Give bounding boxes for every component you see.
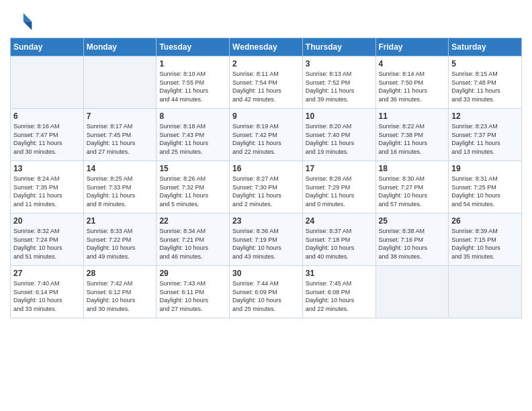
calendar-cell: 15Sunrise: 8:26 AMSunset: 7:32 PMDayligh… — [157, 161, 230, 214]
header — [10, 7, 522, 35]
cell-text: Sunrise: 8:20 AMSunset: 7:40 PMDaylight:… — [306, 122, 373, 156]
calendar-cell: 31Sunrise: 7:45 AMSunset: 6:08 PMDayligh… — [302, 266, 375, 318]
day-number: 2 — [232, 59, 300, 68]
calendar-cell: 6Sunrise: 8:16 AMSunset: 7:47 PMDaylight… — [11, 109, 84, 161]
day-number: 18 — [379, 164, 446, 173]
day-number: 10 — [306, 111, 373, 121]
calendar-cell: 23Sunrise: 8:36 AMSunset: 7:19 PMDayligh… — [230, 214, 303, 266]
day-number: 8 — [159, 111, 226, 121]
svg-marker-1 — [24, 21, 32, 30]
calendar-cell — [375, 266, 449, 318]
calendar-cell: 27Sunrise: 7:40 AMSunset: 6:14 PMDayligh… — [11, 266, 84, 318]
cell-text: Sunrise: 8:34 AMSunset: 7:21 PMDaylight:… — [159, 227, 226, 261]
day-number: 11 — [379, 111, 446, 121]
calendar-week-row: 27Sunrise: 7:40 AMSunset: 6:14 PMDayligh… — [11, 266, 522, 318]
calendar-week-row: 6Sunrise: 8:16 AMSunset: 7:47 PMDaylight… — [11, 109, 522, 161]
calendar-table: SundayMondayTuesdayWednesdayThursdayFrid… — [10, 38, 522, 318]
calendar-cell: 7Sunrise: 8:17 AMSunset: 7:45 PMDaylight… — [83, 109, 157, 161]
day-header-monday: Monday — [83, 38, 157, 56]
calendar-cell: 17Sunrise: 8:28 AMSunset: 7:29 PMDayligh… — [302, 161, 375, 214]
day-number: 1 — [159, 59, 226, 68]
day-number: 16 — [232, 164, 300, 173]
cell-text: Sunrise: 8:11 AMSunset: 7:54 PMDaylight:… — [232, 70, 300, 103]
cell-text: Sunrise: 8:39 AMSunset: 7:15 PMDaylight:… — [451, 227, 519, 261]
calendar-cell: 21Sunrise: 8:33 AMSunset: 7:22 PMDayligh… — [83, 214, 157, 266]
calendar-cell: 16Sunrise: 8:27 AMSunset: 7:30 PMDayligh… — [230, 161, 303, 214]
page: SundayMondayTuesdayWednesdayThursdayFrid… — [0, 0, 532, 328]
cell-text: Sunrise: 8:10 AMSunset: 7:55 PMDaylight:… — [159, 70, 226, 103]
day-number: 26 — [451, 216, 519, 226]
calendar-cell: 5Sunrise: 8:15 AMSunset: 7:48 PMDaylight… — [449, 56, 522, 109]
day-number: 6 — [13, 111, 81, 121]
cell-text: Sunrise: 7:45 AMSunset: 6:08 PMDaylight:… — [306, 279, 373, 313]
day-number: 27 — [13, 269, 81, 278]
day-number: 12 — [451, 111, 519, 121]
calendar-cell: 8Sunrise: 8:18 AMSunset: 7:43 PMDaylight… — [157, 109, 230, 161]
calendar-cell: 26Sunrise: 8:39 AMSunset: 7:15 PMDayligh… — [449, 214, 522, 266]
day-header-wednesday: Wednesday — [230, 38, 303, 56]
cell-text: Sunrise: 7:42 AMSunset: 6:12 PMDaylight:… — [87, 279, 154, 313]
day-header-thursday: Thursday — [302, 38, 375, 56]
day-header-saturday: Saturday — [449, 38, 522, 56]
cell-text: Sunrise: 8:38 AMSunset: 7:16 PMDaylight:… — [379, 227, 446, 261]
day-header-friday: Friday — [375, 38, 449, 56]
cell-text: Sunrise: 8:25 AMSunset: 7:33 PMDaylight:… — [87, 175, 154, 208]
calendar-cell: 14Sunrise: 8:25 AMSunset: 7:33 PMDayligh… — [83, 161, 157, 214]
calendar-cell: 29Sunrise: 7:43 AMSunset: 6:11 PMDayligh… — [157, 266, 230, 318]
cell-text: Sunrise: 8:15 AMSunset: 7:48 PMDaylight:… — [451, 70, 519, 103]
calendar-week-row: 20Sunrise: 8:32 AMSunset: 7:24 PMDayligh… — [11, 214, 522, 266]
logo — [10, 11, 37, 35]
cell-text: Sunrise: 8:27 AMSunset: 7:30 PMDaylight:… — [232, 175, 300, 208]
calendar-cell — [449, 266, 522, 318]
day-number: 3 — [306, 59, 373, 68]
calendar-cell: 12Sunrise: 8:23 AMSunset: 7:37 PMDayligh… — [449, 109, 522, 161]
calendar-cell: 9Sunrise: 8:19 AMSunset: 7:42 PMDaylight… — [230, 109, 303, 161]
calendar-cell: 30Sunrise: 7:44 AMSunset: 6:09 PMDayligh… — [230, 266, 303, 318]
cell-text: Sunrise: 8:30 AMSunset: 7:27 PMDaylight:… — [379, 175, 446, 208]
calendar-cell: 10Sunrise: 8:20 AMSunset: 7:40 PMDayligh… — [302, 109, 375, 161]
calendar-cell: 19Sunrise: 8:31 AMSunset: 7:25 PMDayligh… — [449, 161, 522, 214]
calendar-cell: 28Sunrise: 7:42 AMSunset: 6:12 PMDayligh… — [83, 266, 157, 318]
day-number: 4 — [379, 59, 446, 68]
day-number: 13 — [13, 164, 81, 173]
calendar-cell: 18Sunrise: 8:30 AMSunset: 7:27 PMDayligh… — [375, 161, 449, 214]
day-number: 29 — [159, 269, 226, 278]
calendar-header-row: SundayMondayTuesdayWednesdayThursdayFrid… — [11, 38, 522, 56]
calendar-cell: 11Sunrise: 8:22 AMSunset: 7:38 PMDayligh… — [375, 109, 449, 161]
cell-text: Sunrise: 8:19 AMSunset: 7:42 PMDaylight:… — [232, 122, 300, 156]
calendar-week-row: 1Sunrise: 8:10 AMSunset: 7:55 PMDaylight… — [11, 56, 522, 109]
calendar-cell: 13Sunrise: 8:24 AMSunset: 7:35 PMDayligh… — [11, 161, 84, 214]
calendar-cell: 22Sunrise: 8:34 AMSunset: 7:21 PMDayligh… — [157, 214, 230, 266]
calendar-cell: 24Sunrise: 8:37 AMSunset: 7:18 PMDayligh… — [302, 214, 375, 266]
cell-text: Sunrise: 8:31 AMSunset: 7:25 PMDaylight:… — [451, 175, 519, 208]
day-number: 5 — [451, 59, 519, 68]
calendar-cell — [11, 56, 84, 109]
cell-text: Sunrise: 7:44 AMSunset: 6:09 PMDaylight:… — [232, 279, 300, 313]
day-number: 7 — [87, 111, 154, 121]
day-number: 22 — [159, 216, 226, 226]
calendar-cell: 3Sunrise: 8:13 AMSunset: 7:52 PMDaylight… — [302, 56, 375, 109]
day-header-tuesday: Tuesday — [157, 38, 230, 56]
day-number: 25 — [379, 216, 446, 226]
day-number: 21 — [87, 216, 154, 226]
cell-text: Sunrise: 7:43 AMSunset: 6:11 PMDaylight:… — [159, 279, 226, 313]
cell-text: Sunrise: 8:36 AMSunset: 7:19 PMDaylight:… — [232, 227, 300, 261]
day-header-sunday: Sunday — [11, 38, 84, 56]
calendar-week-row: 13Sunrise: 8:24 AMSunset: 7:35 PMDayligh… — [11, 161, 522, 214]
cell-text: Sunrise: 8:37 AMSunset: 7:18 PMDaylight:… — [306, 227, 373, 261]
day-number: 20 — [13, 216, 81, 226]
calendar-cell — [83, 56, 157, 109]
calendar-cell: 25Sunrise: 8:38 AMSunset: 7:16 PMDayligh… — [375, 214, 449, 266]
cell-text: Sunrise: 8:17 AMSunset: 7:45 PMDaylight:… — [87, 122, 154, 156]
day-number: 30 — [232, 269, 300, 278]
cell-text: Sunrise: 8:24 AMSunset: 7:35 PMDaylight:… — [13, 175, 81, 208]
cell-text: Sunrise: 8:18 AMSunset: 7:43 PMDaylight:… — [159, 122, 226, 156]
calendar-cell: 1Sunrise: 8:10 AMSunset: 7:55 PMDaylight… — [157, 56, 230, 109]
day-number: 15 — [159, 164, 226, 173]
cell-text: Sunrise: 8:16 AMSunset: 7:47 PMDaylight:… — [13, 122, 81, 156]
cell-text: Sunrise: 8:33 AMSunset: 7:22 PMDaylight:… — [87, 227, 154, 261]
cell-text: Sunrise: 8:26 AMSunset: 7:32 PMDaylight:… — [159, 175, 226, 208]
day-number: 14 — [87, 164, 154, 173]
day-number: 31 — [306, 269, 373, 278]
calendar-cell: 20Sunrise: 8:32 AMSunset: 7:24 PMDayligh… — [11, 214, 84, 266]
